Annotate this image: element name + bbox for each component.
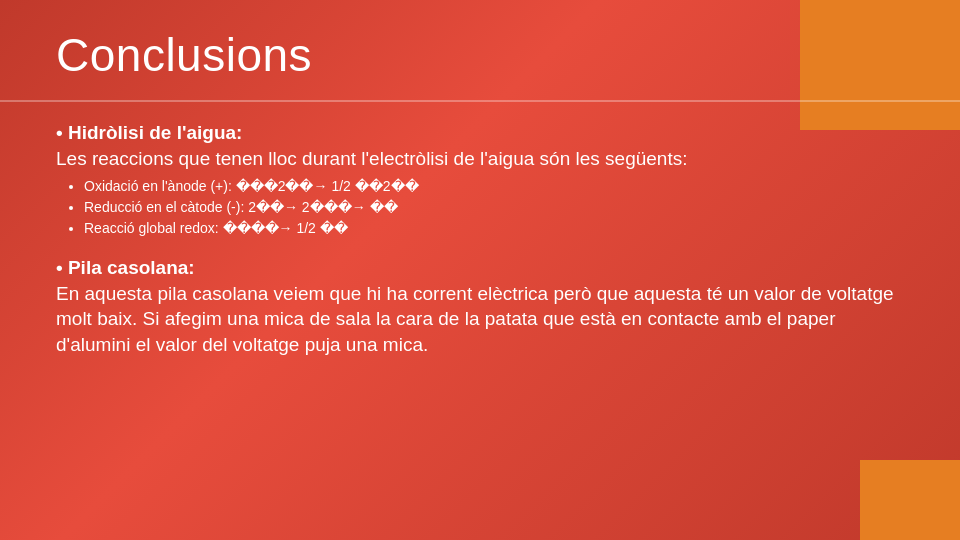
bullet1: Oxidació en l'ànode (+): ���2��→ 1/2 ��2… <box>84 176 904 197</box>
section1-heading: • Hidròlisi de l'aigua: <box>56 122 904 144</box>
section1-block: • Hidròlisi de l'aigua: Les reaccions qu… <box>56 122 904 245</box>
slide-title: Conclusions <box>56 28 904 82</box>
section2-block: • Pila casolana: En aquesta pila casolan… <box>56 257 904 358</box>
slide: Conclusions • Hidròlisi de l'aigua: Les … <box>0 0 960 540</box>
section1-intro: Les reaccions que tenen lloc durant l'el… <box>56 146 904 172</box>
bullet3: Reacció global redox: ����→ 1/2 �� <box>84 218 904 239</box>
header-section: Conclusions <box>0 0 960 102</box>
section2-body: En aquesta pila casolana veiem que hi ha… <box>56 281 904 358</box>
bullet2: Reducció en el càtode (-): 2��→ 2���→ �� <box>84 197 904 218</box>
section2-heading: • Pila casolana: <box>56 257 904 279</box>
content-section: • Hidròlisi de l'aigua: Les reaccions qu… <box>0 112 960 540</box>
section1-list: Oxidació en l'ànode (+): ���2��→ 1/2 ��2… <box>56 176 904 239</box>
